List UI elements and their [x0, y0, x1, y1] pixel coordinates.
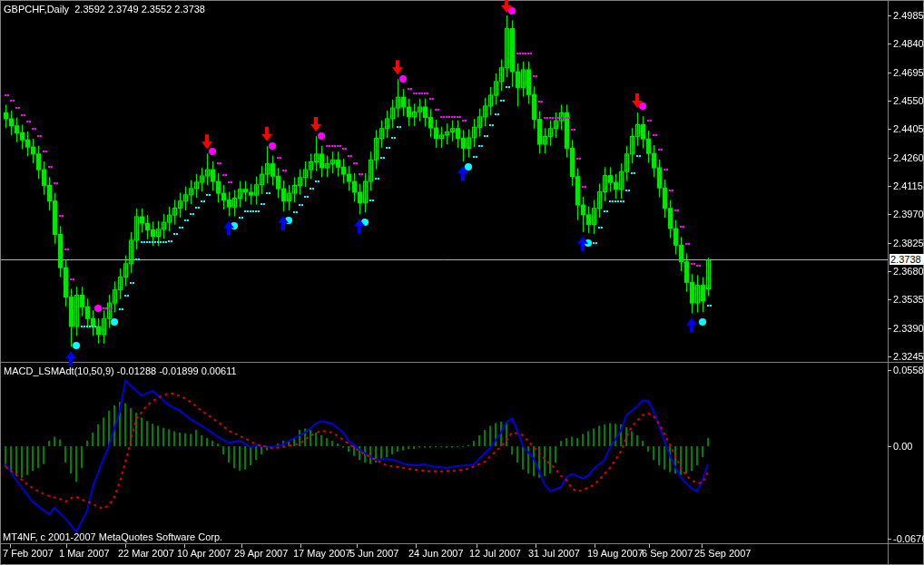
indicator-label: MACD_LSMAdt(10,50,9) -0.01288 -0.01899 0…: [4, 365, 237, 376]
current-price-box: 2.3738: [890, 254, 924, 265]
mt4-chart-window: GBPCHF,Daily 2.3592 2.3749 2.3552 2.3738…: [0, 0, 924, 565]
chart-title: GBPCHF,Daily 2.3592 2.3749 2.3552 2.3738: [4, 4, 205, 15]
chart-canvas[interactable]: [0, 0, 924, 565]
copyright-text: MT4NF, c 2001-2007 MetaQuotes Software C…: [3, 531, 222, 542]
